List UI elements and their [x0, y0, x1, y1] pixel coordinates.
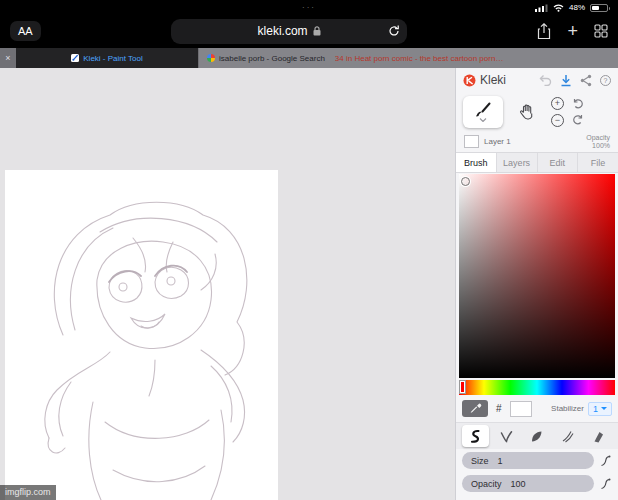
- opacity-slider[interactable]: Opacity 100: [462, 475, 594, 492]
- chevron-down-icon: [479, 118, 487, 122]
- color-cursor[interactable]: [461, 177, 470, 186]
- zoom-controls: + −: [551, 97, 564, 127]
- stabilizer-control: Stabilizer 1: [551, 402, 612, 416]
- size-pressure-toggle[interactable]: [599, 454, 612, 468]
- stabilizer-select[interactable]: 1: [588, 402, 612, 416]
- canvas-workspace: [0, 68, 455, 500]
- browser-chrome: ··· 48% AA kleki.com: [0, 0, 618, 48]
- share-icon[interactable]: [537, 23, 551, 40]
- hand-tool-button[interactable]: [511, 96, 543, 128]
- rotate-left-icon[interactable]: [572, 98, 584, 110]
- current-color-swatch[interactable]: [510, 401, 532, 417]
- brush-blend-button[interactable]: [493, 425, 520, 447]
- zoom-out-button[interactable]: −: [551, 114, 564, 127]
- share-nodes-icon[interactable]: [580, 74, 592, 87]
- tab-file[interactable]: File: [577, 153, 618, 172]
- signal-icon: [535, 4, 548, 12]
- tab-subtitle: 34 in Heat porn comic - the best cartoon…: [335, 54, 504, 63]
- close-tab-button[interactable]: ×: [0, 48, 16, 68]
- pen-brush-icon: [468, 429, 482, 444]
- main-area: Kleki ?: [0, 68, 618, 500]
- address-bar[interactable]: kleki.com: [171, 19, 407, 44]
- tab-layers[interactable]: Layers: [496, 153, 537, 172]
- size-slider-row: Size 1: [456, 449, 618, 472]
- new-tab-button[interactable]: +: [567, 24, 578, 38]
- hue-cursor[interactable]: [460, 381, 465, 393]
- opacity-pressure-toggle[interactable]: [599, 477, 612, 491]
- tab-kleki[interactable]: Kleki - Paint Tool: [16, 48, 198, 68]
- tab-google-search[interactable]: isabelle porb - Google Search 34 in Heat…: [198, 48, 618, 68]
- layer-opacity-label: Opacity: [586, 134, 610, 141]
- google-favicon: [207, 54, 215, 62]
- panel-header-actions: ?: [539, 74, 611, 87]
- tab-bar: × Kleki - Paint Tool isabelle porb - Goo…: [0, 48, 618, 68]
- tab-brush[interactable]: Brush: [456, 153, 496, 172]
- pressure-curve-icon: [600, 455, 611, 467]
- panel-tabs: Brush Layers Edit File: [456, 152, 618, 173]
- tool-row: + −: [456, 92, 618, 131]
- screen: ··· 48% AA kleki.com: [0, 0, 618, 500]
- kleki-logo-text: Kleki: [480, 73, 506, 87]
- hex-input-button[interactable]: #: [494, 403, 504, 414]
- status-icons: 48%: [535, 3, 608, 12]
- tab-overview-icon[interactable]: [594, 24, 608, 38]
- battery-icon: [590, 4, 608, 12]
- opacity-label: Opacity: [471, 479, 502, 489]
- stabilizer-value: 1: [593, 404, 598, 414]
- kleki-logo-icon: [463, 74, 476, 87]
- drawing-canvas[interactable]: [5, 170, 278, 500]
- browser-actions: +: [537, 23, 608, 40]
- navigation-bar: AA kleki.com +: [0, 14, 618, 48]
- brush-pen-button[interactable]: [462, 425, 489, 447]
- active-layer-row[interactable]: Layer 1 Opacity 100%: [456, 131, 618, 152]
- panel-header: Kleki ?: [456, 68, 618, 92]
- size-label: Size: [471, 456, 489, 466]
- brush-sketchy-button[interactable]: [524, 425, 551, 447]
- hand-icon: [519, 103, 535, 120]
- opacity-slider-row: Opacity 100: [456, 472, 618, 495]
- eyedropper-icon: [469, 403, 482, 415]
- kleki-panel: Kleki ?: [455, 68, 618, 500]
- layer-opacity: Opacity 100%: [586, 134, 610, 150]
- eyedropper-button[interactable]: [462, 400, 488, 417]
- color-saturation-field[interactable]: [459, 174, 615, 378]
- wifi-icon: [553, 4, 564, 12]
- sketchy-brush-icon: [530, 430, 543, 443]
- blend-brush-icon: [500, 430, 513, 443]
- reader-mode-button[interactable]: AA: [10, 21, 41, 41]
- lock-icon: [313, 26, 321, 36]
- hue-slider[interactable]: [459, 380, 615, 395]
- status-dots: ···: [302, 3, 316, 12]
- layer-name: Layer 1: [484, 137, 511, 146]
- undo-icon[interactable]: [539, 74, 552, 86]
- refresh-icon[interactable]: [388, 25, 400, 37]
- help-button[interactable]: ?: [600, 75, 611, 86]
- brush-tool-button[interactable]: [463, 96, 503, 128]
- size-value: 1: [498, 456, 503, 466]
- brush-icon: [474, 102, 492, 117]
- layer-opacity-value: 100%: [592, 142, 610, 149]
- kleki-favicon: [71, 54, 79, 62]
- layer-thumbnail[interactable]: [464, 135, 479, 148]
- eraser-button[interactable]: [585, 425, 612, 447]
- eraser-icon: [592, 430, 605, 443]
- stabilizer-label: Stabilizer: [551, 404, 584, 413]
- brush-type-row: [456, 422, 618, 449]
- caret-down-icon: [601, 407, 607, 410]
- tab-edit[interactable]: Edit: [537, 153, 578, 172]
- status-bar: ··· 48%: [0, 0, 618, 14]
- size-slider[interactable]: Size 1: [462, 452, 594, 469]
- url-text: kleki.com: [258, 24, 308, 38]
- download-icon[interactable]: [560, 74, 572, 87]
- rotate-controls: [572, 98, 584, 126]
- battery-percent: 48%: [569, 3, 585, 12]
- tab-title: isabelle porb - Google Search: [219, 54, 325, 63]
- hatch-brush-icon: [561, 430, 574, 443]
- tab-title: Kleki - Paint Tool: [83, 54, 142, 63]
- brush-pixel-button[interactable]: [554, 425, 581, 447]
- opacity-value: 100: [511, 479, 526, 489]
- imgflip-watermark: imgflip.com: [0, 485, 56, 500]
- rotate-right-icon[interactable]: [572, 114, 584, 126]
- zoom-in-button[interactable]: +: [551, 97, 564, 110]
- canvas-sketch: [5, 170, 278, 500]
